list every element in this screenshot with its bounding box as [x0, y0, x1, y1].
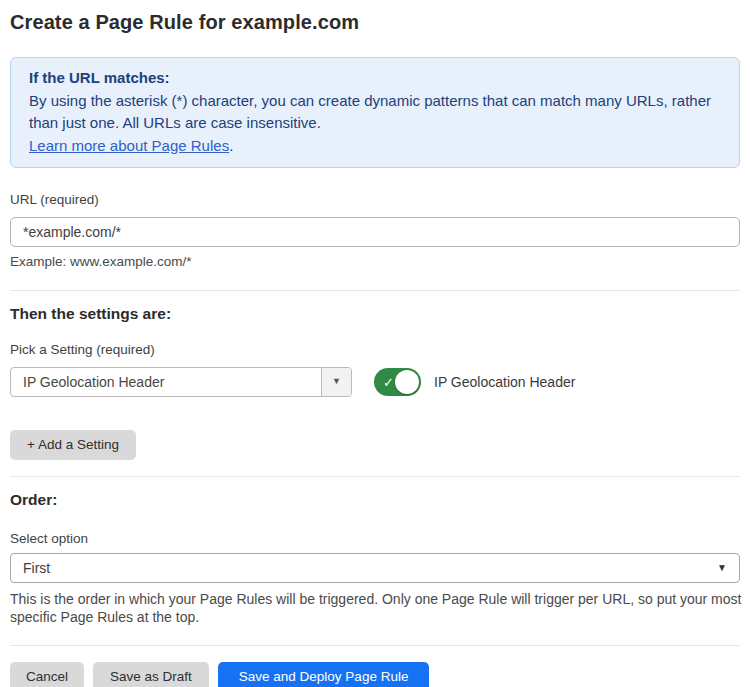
order-select-value: First — [23, 560, 50, 576]
setting-row: IP Geolocation Header ▼ ✓ IP Geolocation… — [10, 367, 740, 397]
order-help-text: This is the order in which your Page Rul… — [10, 590, 742, 627]
check-icon: ✓ — [383, 375, 394, 388]
url-match-info-box: If the URL matches: By using the asteris… — [10, 57, 740, 168]
order-select[interactable]: First ▼ — [10, 553, 740, 583]
divider — [10, 645, 740, 646]
save-draft-button[interactable]: Save as Draft — [93, 662, 209, 687]
url-input[interactable] — [10, 217, 740, 247]
footer-actions: Cancel Save as Draft Save and Deploy Pag… — [10, 662, 740, 687]
setting-select[interactable]: IP Geolocation Header ▼ — [10, 367, 352, 397]
order-select-label: Select option — [10, 531, 740, 547]
info-box-link-line: Learn more about Page Rules. — [29, 135, 721, 158]
divider — [10, 476, 740, 477]
page-title: Create a Page Rule for example.com — [10, 10, 740, 34]
url-label: URL (required) — [10, 192, 740, 208]
learn-more-link[interactable]: Learn more about Page Rules — [29, 137, 229, 154]
save-deploy-button[interactable]: Save and Deploy Page Rule — [218, 662, 430, 687]
pick-setting-label: Pick a Setting (required) — [10, 342, 740, 358]
info-box-heading: If the URL matches: — [29, 67, 721, 90]
chevron-down-icon: ▼ — [332, 377, 341, 386]
divider — [10, 290, 740, 291]
order-section-heading: Order: — [10, 490, 740, 509]
toggle-label: IP Geolocation Header — [434, 374, 575, 390]
add-setting-button[interactable]: + Add a Setting — [10, 430, 136, 460]
ip-geolocation-toggle[interactable]: ✓ — [374, 368, 421, 396]
setting-select-value: IP Geolocation Header — [11, 374, 164, 390]
info-box-body: By using the asterisk (*) character, you… — [29, 90, 721, 135]
link-suffix: . — [229, 137, 233, 154]
select-arrow-icon: ▼ — [717, 562, 727, 573]
url-example-hint: Example: www.example.com/* — [10, 253, 742, 272]
setting-select-arrow-button[interactable]: ▼ — [321, 368, 351, 396]
create-page-rule-form: Create a Page Rule for example.com If th… — [0, 0, 750, 687]
toggle-knob — [395, 370, 419, 394]
cancel-button[interactable]: Cancel — [10, 662, 84, 687]
settings-section-heading: Then the settings are: — [10, 304, 740, 323]
